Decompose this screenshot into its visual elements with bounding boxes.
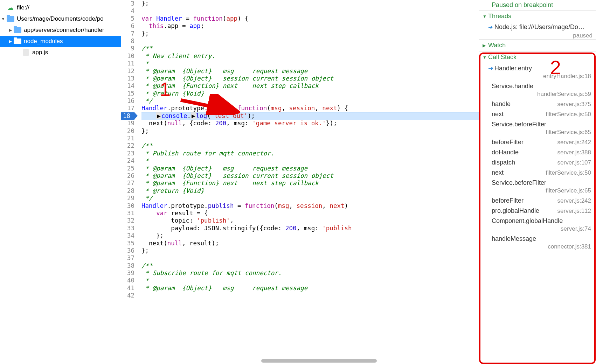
- line-number[interactable]: 31: [121, 210, 134, 217]
- code-line[interactable]: next(null, {code: 200, msg: 'game server…: [141, 120, 479, 127]
- stack-frame[interactable]: ➔Handler.entryentryHandler.js:18: [479, 63, 596, 81]
- line-number[interactable]: 15: [121, 90, 134, 97]
- code-line[interactable]: * New client entry.: [141, 52, 479, 60]
- code-line[interactable]: [141, 135, 479, 142]
- line-number[interactable]: 42: [121, 292, 134, 299]
- threads-header[interactable]: ▼ Threads: [479, 10, 596, 22]
- code-line[interactable]: * @param {Object} msg request message: [141, 68, 479, 75]
- watch-header[interactable]: ▶ Watch: [479, 40, 596, 51]
- code-editor[interactable]: 3456789101112131415161718192021222324252…: [121, 0, 479, 364]
- line-number[interactable]: 22: [121, 142, 134, 149]
- code-line[interactable]: };: [141, 232, 479, 239]
- code-line[interactable]: Handler.prototype.entry = function(msg, …: [141, 105, 479, 112]
- code-line[interactable]: * Subscribe route for mqtt connector.: [141, 270, 479, 277]
- code-line[interactable]: [141, 37, 479, 45]
- code-line[interactable]: };: [141, 30, 479, 37]
- line-number[interactable]: 10: [121, 52, 134, 60]
- line-number[interactable]: 7: [121, 30, 134, 37]
- code-line[interactable]: /**: [141, 262, 479, 270]
- line-number[interactable]: 39: [121, 270, 134, 277]
- stack-frame[interactable]: dispatchserver.js:107: [479, 158, 596, 168]
- line-number[interactable]: 19: [121, 120, 134, 127]
- line-number[interactable]: 3: [121, 0, 134, 7]
- stack-frame[interactable]: Service.beforeFilterfilterService.js:65: [479, 178, 596, 196]
- horizontal-scrollbar[interactable]: [261, 359, 377, 363]
- line-number[interactable]: 28: [121, 187, 134, 195]
- line-number[interactable]: 12: [121, 68, 134, 75]
- code-line[interactable]: *: [141, 60, 479, 67]
- stack-frame[interactable]: Component.globalHandleserver.js:74: [479, 216, 596, 234]
- line-number[interactable]: 38: [121, 262, 134, 270]
- line-number[interactable]: 17: [121, 105, 134, 112]
- stack-frame[interactable]: nextfilterService.js:50: [479, 168, 596, 178]
- tree-item-node-modules[interactable]: ▶node_modules: [0, 36, 121, 47]
- line-number[interactable]: 24: [121, 157, 134, 164]
- thread-item[interactable]: ➔ Node.js: file:///Users/mage/Do…: [479, 22, 596, 32]
- code-line[interactable]: */: [141, 97, 479, 105]
- code-line[interactable]: * @param {Object} msg request message: [141, 165, 479, 172]
- line-number[interactable]: 9: [121, 45, 134, 52]
- code-line[interactable]: this.app = app;: [141, 22, 479, 30]
- line-number[interactable]: 34: [121, 232, 134, 239]
- line-number[interactable]: 8: [121, 37, 134, 45]
- line-number[interactable]: 20: [121, 127, 134, 135]
- line-number[interactable]: 6: [121, 22, 134, 30]
- code-line[interactable]: * @param {Function} next next step callb…: [141, 82, 479, 90]
- line-number[interactable]: 40: [121, 277, 134, 284]
- code-line[interactable]: next(null, result);: [141, 240, 479, 247]
- code-line[interactable]: ▶console.▶log('test out');: [141, 112, 479, 120]
- line-number[interactable]: 25: [121, 165, 134, 172]
- line-number[interactable]: 36: [121, 247, 134, 254]
- stack-frame[interactable]: doHandleserver.js:388: [479, 147, 596, 158]
- code-line[interactable]: * Publish route for mqtt connector.: [141, 150, 479, 157]
- line-number[interactable]: 5: [121, 15, 134, 22]
- line-number[interactable]: 32: [121, 217, 134, 224]
- code-line[interactable]: [141, 292, 479, 299]
- code-line[interactable]: };: [141, 127, 479, 135]
- code-line[interactable]: * @return {Void}: [141, 187, 479, 195]
- stack-frame[interactable]: nextfilterService.js:50: [479, 109, 596, 119]
- line-number[interactable]: 18: [121, 112, 134, 120]
- code-area[interactable]: };var Handler = function(app) { this.app…: [139, 0, 479, 364]
- code-line[interactable]: * @param {Object} session current sessio…: [141, 75, 479, 82]
- code-line[interactable]: *: [141, 277, 479, 284]
- code-line[interactable]: * @param {Object} msg request message: [141, 285, 479, 292]
- tree-item-app-js[interactable]: app.js: [0, 47, 121, 58]
- stack-frame[interactable]: beforeFilterserver.js:242: [479, 137, 596, 147]
- line-number[interactable]: 16: [121, 97, 134, 105]
- line-number[interactable]: 35: [121, 240, 134, 247]
- line-number[interactable]: 23: [121, 150, 134, 157]
- line-number[interactable]: 21: [121, 135, 134, 142]
- tree-item-users-mage-documents-code-po[interactable]: ▼Users/mage/Documents/code/po: [0, 13, 121, 24]
- call-stack-header[interactable]: ▼ Call Stack: [479, 51, 596, 63]
- code-line[interactable]: * @return {Void}: [141, 90, 479, 97]
- stack-frame[interactable]: Service.handlehandlerService.js:59: [479, 81, 596, 99]
- tree-item-app-servers-connector-handler[interactable]: ▶app/servers/connector/handler: [0, 24, 121, 36]
- stack-frame[interactable]: handleserver.js:375: [479, 99, 596, 109]
- code-line[interactable]: [141, 7, 479, 15]
- stack-frame[interactable]: pro.globalHandleserver.js:112: [479, 206, 596, 216]
- code-line[interactable]: /**: [141, 45, 479, 52]
- line-number[interactable]: 33: [121, 225, 134, 232]
- stack-frame[interactable]: beforeFilterserver.js:242: [479, 196, 596, 206]
- line-number[interactable]: 30: [121, 202, 134, 210]
- line-number[interactable]: 4: [121, 7, 134, 15]
- code-line[interactable]: var Handler = function(app) {: [141, 15, 479, 22]
- line-number[interactable]: 26: [121, 172, 134, 180]
- code-line[interactable]: /**: [141, 142, 479, 149]
- code-line[interactable]: var result = {: [141, 210, 479, 217]
- code-line[interactable]: */: [141, 195, 479, 202]
- stack-frame[interactable]: handleMessageconnector.js:381: [479, 234, 596, 252]
- code-line[interactable]: * @param {Object} session current sessio…: [141, 172, 479, 180]
- code-line[interactable]: payload: JSON.stringify({code: 200, msg:…: [141, 225, 479, 232]
- line-number[interactable]: 27: [121, 180, 134, 187]
- line-number[interactable]: 13: [121, 75, 134, 82]
- tree-root-scheme[interactable]: ☁ file://: [0, 2, 121, 13]
- line-number[interactable]: 37: [121, 254, 134, 262]
- code-line[interactable]: * @param {Function} next next step callb…: [141, 180, 479, 187]
- code-line[interactable]: Handler.prototype.publish = function(msg…: [141, 202, 479, 210]
- code-line[interactable]: topic: 'publish',: [141, 217, 479, 224]
- line-number[interactable]: 11: [121, 60, 134, 67]
- code-line[interactable]: };: [141, 0, 479, 7]
- stack-frame[interactable]: Service.beforeFilterfilterService.js:65: [479, 119, 596, 137]
